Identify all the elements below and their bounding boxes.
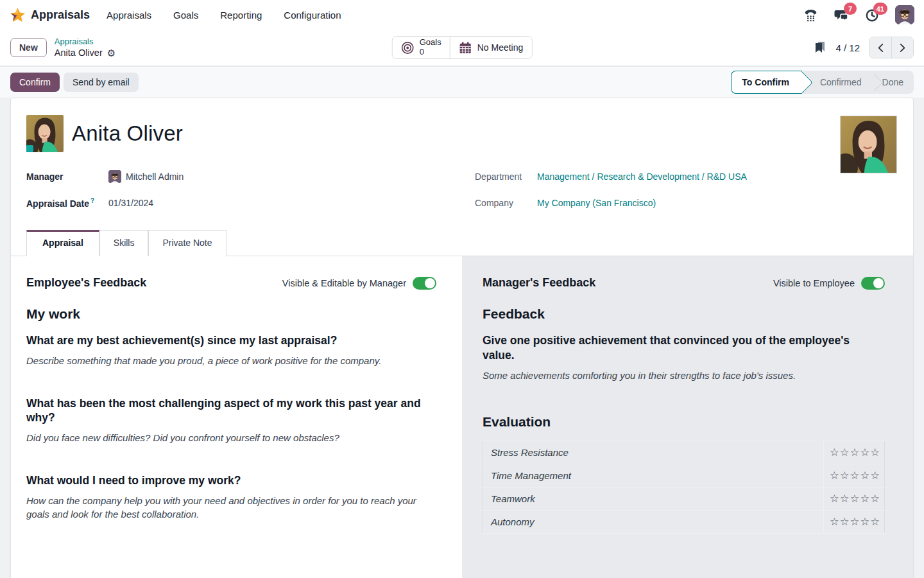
employee-question-3-hint[interactable]: How can the company help you with your n… [26,494,424,522]
employee-question-2-hint[interactable]: Did you face new difficulties? Did you c… [26,431,436,445]
manager-visibility-toggle[interactable] [861,277,885,290]
app-name: Appraisals [31,8,90,22]
pager-previous-button[interactable] [869,37,891,58]
chevron-left-icon [877,43,884,53]
confirm-button[interactable]: Confirm [10,73,60,92]
user-avatar[interactable] [895,5,914,24]
rating-stars[interactable]: ☆☆☆☆☆ [824,441,885,464]
pager-next-button[interactable] [891,37,913,58]
rating-stars[interactable]: ☆☆☆☆☆ [824,464,885,487]
stage-done[interactable]: Done [872,71,914,93]
rating-stars[interactable]: ☆☆☆☆☆ [824,511,885,534]
pager-value[interactable]: 4 / 12 [835,42,860,53]
stat-buttons: Goals 0 No Meeting [392,36,533,59]
employee-avatar[interactable] [26,115,64,152]
messages-menu[interactable]: 7 [834,7,849,22]
evaluation-row: Autonomy ☆☆☆☆☆ [483,511,885,534]
appraisal-date-value[interactable]: 01/31/2024 [108,198,153,208]
menu-reporting[interactable]: Reporting [220,10,262,21]
employee-feedback-panel: Employee's Feedback Visible & Editable b… [11,256,462,578]
evaluation-row: Stress Resistance ☆☆☆☆☆ [483,441,885,464]
manager-avatar [108,170,121,183]
employee-question-1[interactable]: What are my best achievement(s) since my… [26,333,436,348]
manager-feedback-title: Manager's Feedback [483,276,595,290]
evaluation-heading: Evaluation [483,414,885,430]
employee-group-heading: My work [26,306,436,322]
goals-value: 0 [420,48,441,57]
manager-field[interactable]: Mitchell Admin [108,170,184,183]
appraisal-date-label: Appraisal Date? [26,197,108,209]
menu-goals[interactable]: Goals [173,10,198,21]
stage-to-confirm[interactable]: To Confirm [731,71,802,94]
employee-visibility-toggle[interactable] [413,277,436,290]
menu-appraisals[interactable]: Appraisals [107,10,151,21]
send-by-email-button[interactable]: Send by email [64,73,139,92]
chevron-right-icon [899,43,906,53]
menu-configuration[interactable]: Configuration [284,10,341,21]
activities-count-badge: 41 [873,3,887,15]
top-navbar: Appraisals Appraisals Goals Reporting Co… [0,0,924,30]
field-grid: Manager Mitchell Admin Appraisal Date? 0… [26,168,898,220]
bookmark-icon[interactable] [814,41,826,54]
meeting-label: No Meeting [477,42,524,53]
target-icon [401,41,415,55]
employee-question-1-hint[interactable]: Describe something that made you proud, … [26,354,436,368]
calendar-icon [459,41,472,55]
breadcrumb: Appraisals Anita Oliver ⚙ [55,37,116,58]
activities-menu[interactable]: 41 [864,7,880,22]
statusbar: Confirm Send by email To Confirm Confirm… [0,66,924,98]
tab-skills[interactable]: Skills [99,230,149,256]
gear-icon[interactable]: ⚙ [107,48,116,58]
notebook-tabs: Appraisal Skills Private Note [11,229,913,256]
goals-stat-button[interactable]: Goals 0 [393,37,450,58]
evaluation-row: Teamwork ☆☆☆☆☆ [483,487,885,511]
tab-appraisal[interactable]: Appraisal [26,230,99,256]
control-panel: New Appraisals Anita Oliver ⚙ Goals 0 [0,30,924,66]
manager-question-1[interactable]: Give one positive achievement that convi… [483,333,868,363]
skill-label: Autonomy [483,511,824,534]
app-brand[interactable]: Appraisals [10,7,90,23]
new-button[interactable]: New [10,38,47,57]
breadcrumb-appraisals-link[interactable]: Appraisals [55,37,116,47]
department-label: Department [475,171,537,182]
evaluation-row: Time Management ☆☆☆☆☆ [483,464,885,487]
manager-feedback-panel: Manager's Feedback Visible to Employee F… [462,256,913,578]
company-label: Company [475,198,537,208]
systray: 7 41 [803,5,914,24]
presence-indicator [26,145,33,152]
company-value-link[interactable]: My Company (San Francisco) [537,198,656,208]
appraisals-app-icon [10,7,26,23]
evaluation-table: Stress Resistance ☆☆☆☆☆ Time Management … [483,441,885,534]
manager-label: Manager [26,171,108,182]
breadcrumb-current: Anita Oliver [55,47,103,58]
control-panel-right: 4 / 12 [814,37,914,58]
employee-visibility-label: Visible & Editable by Manager [282,278,406,288]
meeting-stat-button[interactable]: No Meeting [450,37,532,58]
messages-count-badge: 7 [844,3,857,15]
appraisal-tab-content: Employee's Feedback Visible & Editable b… [11,256,913,578]
manager-question-1-hint[interactable]: Some achievements comforting you in thei… [483,369,885,383]
skill-label: Teamwork [483,487,824,511]
manager-visibility-label: Visible to Employee [773,278,855,288]
manager-value: Mitchell Admin [126,171,184,182]
manager-group-heading: Feedback [483,306,885,322]
skill-label: Stress Resistance [483,441,824,464]
stage-widget: To Confirm Confirmed Done [731,71,914,94]
department-value-link[interactable]: Management / Research & Development / R&… [537,171,747,182]
employee-photo[interactable] [840,116,897,173]
employee-question-2[interactable]: What has been the most challenging aspec… [26,396,436,426]
help-question-icon: ? [90,197,94,204]
rating-stars[interactable]: ☆☆☆☆☆ [824,487,885,511]
stage-confirmed[interactable]: Confirmed [802,71,872,93]
employee-feedback-title: Employee's Feedback [26,276,146,290]
voip-phone-icon[interactable] [803,8,818,22]
employee-name[interactable]: Anita Oliver [72,121,183,146]
goals-label: Goals [420,38,441,48]
employee-question-3[interactable]: What would I need to improve my work? [26,473,436,488]
skill-label: Time Management [483,464,824,487]
form-sheet: Anita Oliver Manager Mitchell Admin Appr… [10,98,914,578]
main-menu: Appraisals Goals Reporting Configuration [107,10,341,21]
tab-private-note[interactable]: Private Note [148,230,226,256]
